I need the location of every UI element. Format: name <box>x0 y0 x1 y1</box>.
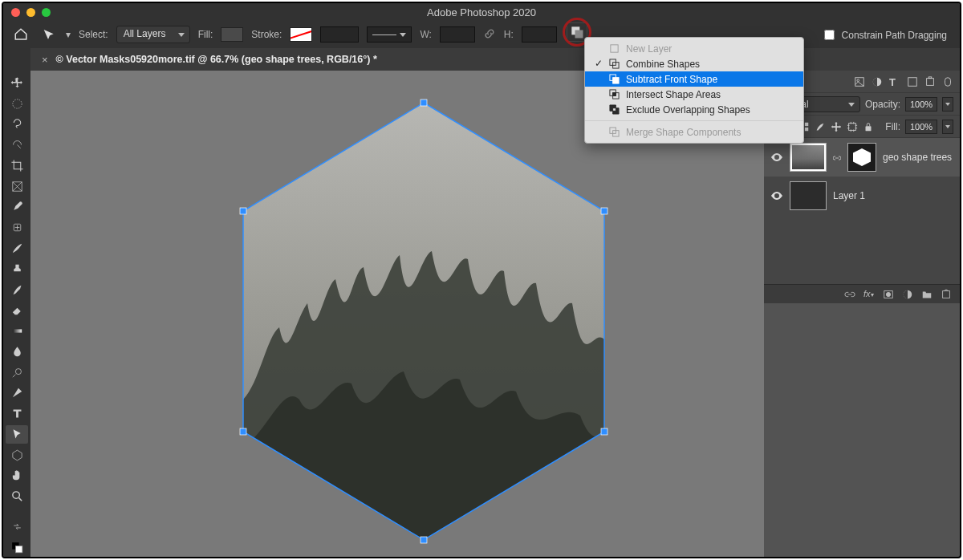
crop-tool[interactable] <box>6 156 28 175</box>
move-tool[interactable] <box>6 74 28 92</box>
opacity-label: Opacity: <box>865 99 900 110</box>
history-brush-tool[interactable] <box>6 281 28 299</box>
zoom-tool[interactable] <box>6 487 28 505</box>
zoom-dot[interactable] <box>42 8 51 17</box>
chevron-down-icon[interactable]: ▾ <box>66 29 71 40</box>
group-icon[interactable] <box>921 289 933 300</box>
eyedropper-tool[interactable] <box>6 198 28 217</box>
svg-rect-1 <box>575 30 583 39</box>
shape-tool[interactable] <box>6 446 28 465</box>
svg-rect-24 <box>927 78 934 85</box>
constrain-label: Constrain Path Dragging <box>842 30 947 41</box>
height-input[interactable] <box>522 26 557 43</box>
adjustment-icon[interactable] <box>902 289 913 300</box>
stroke-width-input[interactable] <box>320 26 359 43</box>
filter-shape-icon[interactable] <box>907 76 918 87</box>
menu-item-new-layer[interactable]: New Layer <box>585 41 803 56</box>
color-swatches[interactable] <box>6 538 28 557</box>
close-dot[interactable] <box>11 8 20 17</box>
gradient-tool[interactable] <box>6 322 28 340</box>
path-select-tool[interactable] <box>6 425 28 444</box>
marquee-tool[interactable] <box>6 95 28 113</box>
menu-item-merge[interactable]: Merge Shape Components <box>585 124 803 140</box>
layer-row-layer1[interactable]: Layer 1 <box>764 177 960 215</box>
filter-image-icon[interactable] <box>854 76 865 87</box>
lock-position-icon[interactable] <box>831 121 842 132</box>
menu-label: Subtract Front Shape <box>626 74 717 85</box>
visibility-icon[interactable] <box>770 151 783 164</box>
app-title: Adobe Photoshop 2020 <box>3 6 960 18</box>
minimize-dot[interactable] <box>26 8 35 17</box>
lock-brush-icon[interactable] <box>815 121 826 132</box>
select-layers-dropdown[interactable]: All Layers <box>116 26 190 43</box>
svg-rect-19 <box>240 208 246 214</box>
menu-item-exclude[interactable]: Exclude Overlapping Shapes <box>585 102 803 117</box>
fill-opacity-input[interactable]: 100% <box>905 120 937 134</box>
svg-rect-37 <box>611 45 618 52</box>
exclude-icon <box>609 104 620 115</box>
filter-smart-icon[interactable] <box>924 76 936 87</box>
tab-close-icon[interactable]: × <box>42 54 48 66</box>
eraser-tool[interactable] <box>6 301 28 319</box>
swap-colors-icon[interactable] <box>6 518 28 537</box>
constrain-checkbox[interactable] <box>824 30 835 40</box>
vector-mask-thumb[interactable] <box>847 143 876 172</box>
select-label: Select: <box>79 29 108 40</box>
mask-link-icon[interactable] <box>833 153 841 161</box>
tool-preset-icon[interactable] <box>39 26 58 43</box>
link-layers-icon[interactable] <box>844 289 855 300</box>
layers-panel-footer: fx▾ <box>764 284 960 303</box>
stroke-swatch[interactable] <box>290 27 312 42</box>
fx-icon[interactable]: fx▾ <box>863 289 875 300</box>
stroke-style-dropdown[interactable] <box>367 26 412 43</box>
menu-label: Combine Shapes <box>626 59 700 70</box>
lock-artboard-icon[interactable] <box>847 121 858 132</box>
heal-tool[interactable] <box>6 218 28 237</box>
width-input[interactable] <box>440 26 475 43</box>
layer-thumb[interactable] <box>790 181 827 210</box>
visibility-icon[interactable] <box>770 189 783 202</box>
svg-rect-41 <box>613 78 619 83</box>
opacity-input[interactable]: 100% <box>905 97 937 112</box>
hand-tool[interactable] <box>6 467 28 485</box>
brush-tool[interactable] <box>6 239 28 258</box>
svg-rect-30 <box>805 127 808 130</box>
layer-row-geo-shape-trees[interactable]: geo shape trees <box>764 138 960 177</box>
new-layer-icon[interactable] <box>941 289 952 300</box>
menu-item-subtract[interactable]: Subtract Front Shape <box>585 71 803 87</box>
window-controls[interactable] <box>11 8 51 17</box>
svg-rect-32 <box>865 126 871 131</box>
lasso-tool[interactable] <box>6 116 28 134</box>
document-tab-title[interactable]: © Vector Masks05920more.tif @ 66.7% (geo… <box>56 54 377 65</box>
filter-adjust-icon[interactable] <box>872 76 883 87</box>
layer-name[interactable]: Layer 1 <box>833 190 865 201</box>
fill-swatch[interactable] <box>221 27 243 42</box>
fill-opacity-dropdown[interactable] <box>942 120 953 134</box>
menu-label: New Layer <box>626 43 672 55</box>
dodge-tool[interactable] <box>6 363 28 382</box>
filter-type-icon[interactable]: T <box>889 76 900 87</box>
svg-marker-7 <box>12 450 21 461</box>
menu-item-combine[interactable]: ✓ Combine Shapes <box>585 56 803 71</box>
opacity-dropdown[interactable] <box>942 97 953 112</box>
blur-tool[interactable] <box>6 343 28 361</box>
pen-tool[interactable] <box>6 383 28 402</box>
hexagon-shape[interactable] <box>227 95 620 548</box>
layer-name[interactable]: geo shape trees <box>883 152 952 163</box>
quick-select-tool[interactable] <box>6 136 28 154</box>
frame-tool[interactable] <box>6 177 28 196</box>
new-layer-icon <box>609 43 620 54</box>
svg-rect-16 <box>601 428 607 435</box>
menu-item-intersect[interactable]: Intersect Shape Areas <box>585 87 803 102</box>
type-tool[interactable] <box>6 404 28 423</box>
layer-thumb[interactable] <box>790 143 827 172</box>
mask-icon[interactable] <box>883 289 894 300</box>
home-icon[interactable] <box>11 26 30 43</box>
link-wh-icon[interactable] <box>483 27 496 43</box>
filter-toggle-icon[interactable] <box>942 76 953 87</box>
merge-icon <box>609 127 620 137</box>
svg-point-21 <box>857 79 859 81</box>
lock-all-icon[interactable] <box>863 121 874 132</box>
stamp-tool[interactable] <box>6 260 28 278</box>
options-bar: ▾ Select: All Layers Fill: Stroke: W: H:… <box>3 21 960 48</box>
